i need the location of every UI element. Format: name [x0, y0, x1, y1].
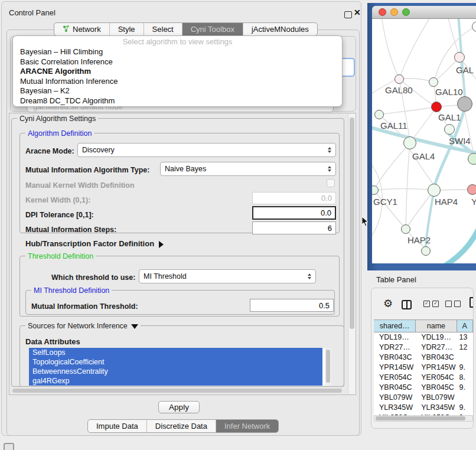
- node-hap4[interactable]: [428, 184, 441, 197]
- node-unlabeled[interactable]: [457, 96, 472, 112]
- node-swi4[interactable]: [444, 124, 455, 135]
- table-cell: YBL079W: [374, 393, 416, 403]
- close-panel-icon[interactable]: ✕: [354, 8, 361, 17]
- mi-threshold-field[interactable]: 0.5: [250, 299, 334, 312]
- network-edge: [399, 19, 431, 79]
- float-panel-icon[interactable]: [344, 11, 352, 18]
- table-cell: YBR043C: [416, 353, 457, 363]
- kernel-width-field[interactable]: 0.0: [252, 192, 336, 204]
- table-row[interactable]: YBL079WYBL079W: [374, 393, 473, 403]
- algorithm-option-bayesian-hill-climbing[interactable]: Bayesian – Hill Climbing: [13, 47, 342, 57]
- algorithm-option-bayesian-k2[interactable]: Bayesian – K2: [13, 86, 342, 96]
- show-columns-icon[interactable]: ✓✓: [423, 301, 439, 307]
- table-row[interactable]: YER054CYER054C8.: [374, 373, 473, 383]
- node-gal10[interactable]: [429, 77, 438, 87]
- node-hap2[interactable]: [401, 224, 410, 234]
- algorithm-option-mutual-information-inference[interactable]: Mutual Information Inference: [13, 77, 342, 87]
- attribute-item-topologicalcoefficient[interactable]: TopologicalCoefficient: [29, 357, 322, 367]
- node-gal4[interactable]: [403, 136, 416, 149]
- vertical-scrollbar[interactable]: [348, 114, 356, 394]
- attribute-item-betweennesscentrality[interactable]: BetweennessCentrality: [29, 367, 322, 376]
- table-row[interactable]: YLR345WYLR345W9.: [374, 403, 473, 413]
- table-cell: YDR27…: [416, 343, 457, 353]
- table-header-row: shared…nameA: [374, 319, 473, 332]
- tab-network[interactable]: Network: [54, 23, 110, 35]
- network-edge: [446, 227, 476, 263]
- network-canvas[interactable]: GALGAL80GAL10GAL1GAL11SWI4GAL4GCY1HAP4YH…: [372, 19, 476, 263]
- mi-steps-field[interactable]: 6: [252, 221, 336, 234]
- aracne-mode-select[interactable]: Discovery: [77, 143, 336, 157]
- node-gal80[interactable]: [395, 74, 404, 84]
- minimize-window-icon[interactable]: [390, 8, 398, 16]
- node-gal11[interactable]: [374, 110, 384, 119]
- algorithm-option-dream8-dc-tdc-algorithm[interactable]: Dream8 DC_TDC Algorithm: [13, 96, 342, 106]
- manual-kernel-checkbox[interactable]: [327, 179, 335, 187]
- node-unlabeled[interactable]: [421, 246, 431, 256]
- tab-select[interactable]: Select: [144, 23, 182, 35]
- table-cell: 12: [457, 343, 473, 353]
- table-scrollbar-thumb[interactable]: [376, 416, 465, 420]
- network-edge: [382, 19, 399, 79]
- node-gal1[interactable]: [431, 102, 442, 112]
- split-panel-icon[interactable]: [402, 300, 412, 309]
- table-row[interactable]: YBR045CYBR045C9.: [374, 383, 473, 393]
- tab-cyni-toolbox[interactable]: Cyni Toolbox: [182, 23, 243, 35]
- vertical-scrollbar-thumb[interactable]: [350, 118, 354, 329]
- tab-infer-network[interactable]: Infer Network: [216, 420, 278, 432]
- node-label-swi4: SWI4: [449, 136, 471, 146]
- network-edge: [379, 107, 436, 115]
- column-header-name[interactable]: name: [416, 320, 457, 332]
- collapse-down-icon: [131, 324, 138, 329]
- tab-impute-data[interactable]: Impute Data: [88, 420, 147, 432]
- column-header-a[interactable]: A: [457, 320, 473, 332]
- attributes-scrollbar[interactable]: [325, 348, 331, 386]
- table-cell: 9.: [457, 383, 473, 393]
- spinner-arrows-icon: [308, 273, 311, 279]
- hub-section-toggle[interactable]: Hub/Transcription Factor Definition: [25, 239, 164, 248]
- mi-threshold-label: Mutual Information Threshold:: [31, 302, 138, 311]
- node-y[interactable]: [467, 184, 476, 195]
- which-threshold-select[interactable]: MI Threshold: [139, 269, 316, 283]
- node-gal[interactable]: [454, 52, 465, 63]
- network-edge: [374, 143, 410, 190]
- tab-jactivemnodules[interactable]: jActiveMNodules: [243, 23, 317, 35]
- table-row[interactable]: YDL19…YDL19…13: [374, 332, 473, 343]
- infer-tabs: Impute DataDiscretize DataInfer Network: [87, 419, 279, 433]
- table-row[interactable]: YPR145WYPR145W9.: [374, 363, 473, 373]
- algorithm-option-aracne-algorithm[interactable]: ARACNE Algorithm: [13, 67, 342, 77]
- control-panel-title: Control Panel: [9, 8, 56, 17]
- tab-discretize-data[interactable]: Discretize Data: [147, 420, 216, 432]
- attributes-scrollbar-thumb[interactable]: [326, 350, 330, 383]
- mi-type-label: Mutual Information Algorithm Type:: [25, 166, 149, 174]
- zoom-window-icon[interactable]: [402, 8, 410, 16]
- kernel-width-label: Kernel Width (0,1):: [25, 196, 90, 204]
- panel-tabs: NetworkStyleSelectCyni ToolboxjActiveMNo…: [54, 22, 318, 36]
- network-window-titlebar[interactable]: [372, 6, 476, 19]
- attribute-item-gal4rgexp[interactable]: gal4RGexp: [29, 376, 322, 386]
- export-table-icon[interactable]: [470, 297, 474, 308]
- node-label-gal80: GAL80: [385, 85, 413, 95]
- tab-style[interactable]: Style: [110, 23, 144, 35]
- algorithm-option-basic-correlation-inference[interactable]: Basic Correlation Inference: [13, 57, 342, 67]
- table-row[interactable]: YBR043CYBR043C: [374, 353, 473, 363]
- column-header-shared[interactable]: shared…: [374, 320, 416, 332]
- dpi-tolerance-field[interactable]: 0.0: [252, 206, 336, 220]
- which-threshold-label: Which threshold to use:: [51, 273, 135, 282]
- horizontal-scrollbar-thumb[interactable]: [12, 389, 342, 393]
- sources-group-title[interactable]: Sources for Network Inference: [25, 322, 141, 330]
- apply-button[interactable]: Apply: [158, 401, 200, 413]
- gear-icon[interactable]: ⚙: [383, 298, 393, 309]
- mi-type-select[interactable]: Naive Bayes: [160, 162, 336, 176]
- table-cell: [457, 393, 473, 403]
- table-horizontal-scrollbar[interactable]: [374, 415, 473, 422]
- node-unlabeled[interactable]: [468, 153, 476, 165]
- table-row[interactable]: YDR27…YDR27…12: [374, 343, 473, 353]
- data-attributes-label: Data Attributes: [25, 337, 80, 346]
- close-window-icon[interactable]: [379, 8, 386, 16]
- minimized-panel-icon[interactable]: [4, 443, 14, 450]
- network-edge: [406, 143, 410, 229]
- attribute-item-selfloops[interactable]: SelfLoops: [29, 348, 322, 357]
- table-cell: YLR345W: [374, 403, 416, 413]
- node-label-hap4: HAP4: [435, 197, 458, 207]
- hide-columns-icon[interactable]: [445, 301, 461, 307]
